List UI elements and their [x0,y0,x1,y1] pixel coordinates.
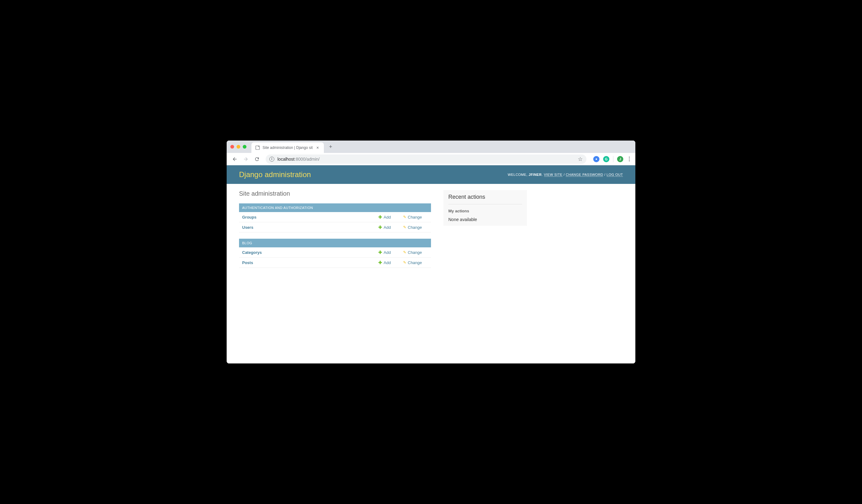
change-link[interactable]: ✎Change [403,225,428,230]
extension-icons: G J [593,155,632,163]
main-content: Site administration AUTHENTICATION AND A… [227,184,635,280]
logout-link[interactable]: LOG OUT [606,173,623,177]
window-minimize-button[interactable] [237,145,240,149]
browser-menu-button[interactable] [627,155,632,163]
model-row: Users✚Add✎Change [239,222,431,233]
recent-actions-none: None available [448,217,522,222]
pencil-icon: ✎ [403,250,406,254]
change-label: Change [408,215,422,220]
tab-title: Site administration | Django sit [263,146,313,150]
pencil-icon: ✎ [403,260,406,265]
change-link[interactable]: ✎Change [403,260,428,265]
page-content: Django administration WELCOME, JFINER. V… [227,165,635,363]
window-close-button[interactable] [230,145,234,149]
model-link[interactable]: Groups [242,215,378,220]
forward-button[interactable] [241,155,250,163]
module: BLOGCategorys✚Add✎ChangePosts✚Add✎Change [239,239,431,268]
add-link[interactable]: ✚Add [378,250,403,255]
add-label: Add [384,215,391,220]
svg-point-2 [596,158,597,160]
new-tab-button[interactable]: + [326,142,335,151]
extension-icon-1[interactable] [593,156,599,162]
model-link[interactable]: Posts [242,260,378,265]
window-controls [230,145,247,149]
recent-actions-module: Recent actions My actions None available [443,190,527,226]
toolbar-divider [613,156,613,162]
url-host: localhost [277,157,295,162]
model-row: Categorys✚Add✎Change [239,247,431,257]
branding-title[interactable]: Django administration [239,170,311,179]
module-caption[interactable]: AUTHENTICATION AND AUTHORIZATION [239,203,431,212]
tab-bar: Site administration | Django sit × + [227,141,635,153]
add-label: Add [384,225,391,230]
browser-toolbar: i localhost:8000/admin/ ☆ G J [227,153,635,165]
plus-icon: ✚ [378,225,382,230]
extension-icon-2[interactable]: G [603,156,609,162]
django-header: Django administration WELCOME, JFINER. V… [227,165,635,184]
plus-icon: ✚ [378,250,382,255]
add-link[interactable]: ✚Add [378,214,403,220]
page-title: Site administration [239,190,431,197]
browser-tab[interactable]: Site administration | Django sit × [251,142,324,153]
change-link[interactable]: ✎Change [403,250,428,255]
add-label: Add [384,260,391,265]
add-link[interactable]: ✚Add [378,260,403,265]
model-row: Groups✚Add✎Change [239,212,431,222]
change-label: Change [408,260,422,265]
add-label: Add [384,250,391,255]
pencil-icon: ✎ [403,215,406,219]
back-button[interactable] [230,155,239,163]
url-text: localhost:8000/admin/ [277,157,575,162]
my-actions-subtitle: My actions [448,209,522,213]
sidebar: Recent actions My actions None available [443,190,527,274]
model-link[interactable]: Users [242,225,378,230]
change-link[interactable]: ✎Change [403,215,428,220]
tab-close-button[interactable]: × [315,145,320,150]
user-tools: WELCOME, JFINER. VIEW SITE / CHANGE PASS… [508,173,623,176]
model-row: Posts✚Add✎Change [239,257,431,268]
bookmark-icon[interactable]: ☆ [578,156,583,162]
reload-button[interactable] [253,155,261,163]
page-icon [255,145,260,150]
plus-icon: ✚ [378,260,382,265]
module-caption[interactable]: BLOG [239,239,431,247]
window-maximize-button[interactable] [243,145,247,149]
add-link[interactable]: ✚Add [378,225,403,230]
url-path: :8000/admin/ [295,157,319,162]
module: AUTHENTICATION AND AUTHORIZATIONGroups✚A… [239,203,431,233]
model-link[interactable]: Categorys [242,250,378,255]
change-password-link[interactable]: CHANGE PASSWORD [566,173,603,177]
recent-actions-title: Recent actions [448,194,522,204]
plus-icon: ✚ [378,214,382,220]
pencil-icon: ✎ [403,225,406,229]
welcome-text: WELCOME, [508,173,528,176]
profile-avatar[interactable]: J [617,156,623,162]
browser-window: Site administration | Django sit × + i l… [227,141,635,363]
username: JFINER [528,173,541,176]
content-main: Site administration AUTHENTICATION AND A… [239,190,431,274]
address-bar[interactable]: i localhost:8000/admin/ ☆ [266,155,586,164]
view-site-link[interactable]: VIEW SITE [544,173,563,177]
change-label: Change [408,225,422,230]
change-label: Change [408,250,422,255]
site-info-icon[interactable]: i [270,157,274,162]
svg-rect-0 [256,146,260,149]
